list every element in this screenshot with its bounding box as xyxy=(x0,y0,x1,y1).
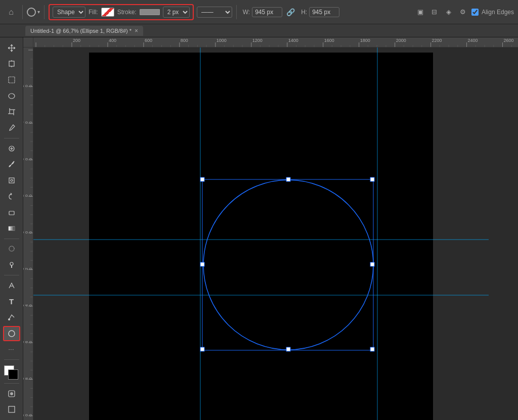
ruler-v-svg: 200400600800100012001400160018002000 xyxy=(23,48,33,420)
align-center-icon[interactable]: ⊟ xyxy=(429,7,440,18)
ellipse-dropdown-arrow[interactable]: ▾ xyxy=(37,9,40,15)
align-left-icon[interactable]: ▣ xyxy=(415,7,426,18)
svg-text:1200: 1200 xyxy=(23,267,33,270)
handle-tl[interactable] xyxy=(200,177,204,181)
doc-tab-close[interactable]: × xyxy=(135,27,138,34)
svg-text:1600: 1600 xyxy=(23,341,33,343)
eyedropper-tool-btn[interactable] xyxy=(3,120,20,135)
ruler-horizontal: 2004006008001000120014001600180020002200… xyxy=(33,37,518,48)
svg-text:1800: 1800 xyxy=(23,377,33,380)
path-select-btn[interactable] xyxy=(3,310,20,325)
healing-tool-btn[interactable] xyxy=(3,141,20,156)
svg-text:600: 600 xyxy=(23,158,33,160)
svg-rect-0 xyxy=(9,61,14,66)
layer-style-icon[interactable]: ◈ xyxy=(443,7,454,18)
handle-ml[interactable] xyxy=(200,262,204,266)
quick-mask-btn[interactable] xyxy=(3,386,20,401)
svg-text:2000: 2000 xyxy=(23,414,33,416)
handle-bm[interactable] xyxy=(286,347,290,351)
select-tool-btn[interactable] xyxy=(3,72,20,87)
ruler-h-svg: 2004006008001000120014001600180020002200… xyxy=(33,37,518,48)
svg-rect-23 xyxy=(9,406,15,412)
svg-rect-13 xyxy=(9,211,14,215)
svg-point-15 xyxy=(9,246,14,251)
svg-text:200: 200 xyxy=(73,38,80,43)
svg-text:600: 600 xyxy=(145,38,152,43)
home-button[interactable]: ⌂ xyxy=(4,5,18,19)
svg-text:1600: 1600 xyxy=(324,38,334,43)
canvas-area: 2004006008001000120014001600180020002200… xyxy=(23,37,518,420)
shape-tool-btn[interactable] xyxy=(3,326,20,341)
stroke-swatch[interactable] xyxy=(140,9,160,15)
svg-point-20 xyxy=(9,331,15,337)
doc-tab-title: Untitled-1 @ 66,7% (Ellipse 1, RGB/8#) * xyxy=(30,28,132,34)
left-toolbar-divider-4 xyxy=(4,359,19,360)
stroke-px-select[interactable]: 2 px 1 px 3 px 4 px xyxy=(163,7,190,18)
shape-dropdown[interactable]: Shape Path Pixels xyxy=(53,7,85,18)
fill-swatch[interactable] xyxy=(101,8,114,17)
canvas-wrapper: 2004006008001000120014001600180020002200… xyxy=(23,37,518,420)
divider-3 xyxy=(236,5,237,19)
svg-text:2600: 2600 xyxy=(504,38,514,43)
handle-tr[interactable] xyxy=(370,177,374,181)
eraser-tool-btn[interactable] xyxy=(3,205,20,220)
doc-tab-bar: Untitled-1 @ 66,7% (Ellipse 1, RGB/8#) *… xyxy=(0,24,518,37)
blur-tool-btn[interactable] xyxy=(3,242,20,257)
svg-text:800: 800 xyxy=(181,38,188,43)
canvas-view[interactable] xyxy=(33,48,518,420)
svg-rect-11 xyxy=(9,178,14,183)
gradient-tool-btn[interactable] xyxy=(3,221,20,236)
type-tool-btn[interactable]: T xyxy=(3,294,20,309)
svg-point-12 xyxy=(11,179,13,181)
svg-text:200: 200 xyxy=(23,84,33,87)
dodge-tool-btn[interactable] xyxy=(3,257,20,272)
line-style-select[interactable]: —— - - - ····· xyxy=(197,7,232,18)
stroke-label: Stroke: xyxy=(117,9,137,16)
handle-br[interactable] xyxy=(370,347,374,351)
width-input[interactable] xyxy=(252,7,282,17)
divider-2 xyxy=(44,5,45,19)
main-area: T ··· xyxy=(0,37,518,420)
tool-ellipse-selector[interactable]: ▾ xyxy=(27,8,40,17)
link-icon[interactable]: 🔗 xyxy=(286,8,295,16)
document-tab[interactable]: Untitled-1 @ 66,7% (Ellipse 1, RGB/8#) *… xyxy=(25,26,143,36)
svg-text:2400: 2400 xyxy=(468,38,478,43)
svg-point-19 xyxy=(8,318,10,320)
top-toolbar: ⌂ ▾ Shape Path Pixels Fill: Stroke: 2 px… xyxy=(0,0,518,24)
svg-point-22 xyxy=(10,392,13,395)
svg-text:1400: 1400 xyxy=(288,38,298,43)
more-tools-btn[interactable]: ··· xyxy=(3,342,20,357)
color-swatch-area[interactable] xyxy=(3,364,20,381)
handle-mr[interactable] xyxy=(370,262,374,266)
divider-1 xyxy=(22,5,23,19)
height-input[interactable] xyxy=(309,7,339,17)
svg-text:2000: 2000 xyxy=(396,38,406,43)
left-toolbar-divider-3 xyxy=(4,275,19,275)
svg-text:1800: 1800 xyxy=(360,38,370,43)
align-edges-checkbox[interactable] xyxy=(471,9,479,16)
handle-bl[interactable] xyxy=(200,347,204,351)
document-canvas xyxy=(89,53,433,420)
svg-text:1000: 1000 xyxy=(217,38,227,43)
lasso-tool-btn[interactable] xyxy=(3,88,20,104)
clone-stamp-btn[interactable] xyxy=(3,173,20,188)
handle-tm[interactable] xyxy=(286,177,290,181)
ruler-vertical: 200400600800100012001400160018002000 xyxy=(23,48,33,420)
pen-tool-btn[interactable] xyxy=(3,278,20,293)
svg-text:1200: 1200 xyxy=(252,38,263,43)
brush-tool-btn[interactable] xyxy=(3,157,20,172)
settings-icon[interactable]: ⚙ xyxy=(457,7,468,18)
ruler-corner xyxy=(23,37,33,48)
artboard-tool-btn[interactable] xyxy=(3,57,20,72)
move-tool-btn[interactable] xyxy=(3,40,20,56)
svg-text:1400: 1400 xyxy=(23,304,33,307)
crop-tool-btn[interactable] xyxy=(3,105,20,120)
history-brush-btn[interactable] xyxy=(3,189,20,204)
left-toolbar-divider-2 xyxy=(4,239,19,239)
svg-text:800: 800 xyxy=(23,195,33,197)
screen-mode-btn[interactable] xyxy=(3,402,20,417)
svg-text:400: 400 xyxy=(23,121,33,124)
main-canvas-svg xyxy=(33,48,518,420)
align-edges-label: Align Edges xyxy=(482,9,514,16)
background-color[interactable] xyxy=(8,369,18,380)
